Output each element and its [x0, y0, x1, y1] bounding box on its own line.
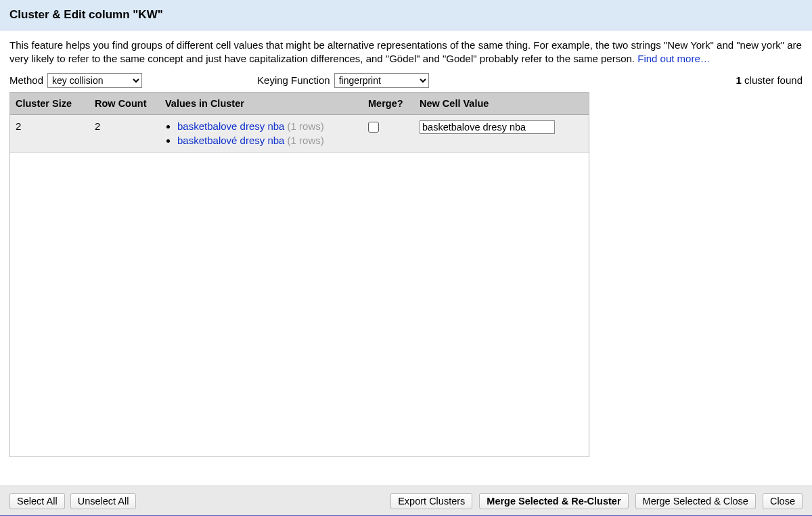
- cell-values: basketbalove dresy nba (1 rows) basketba…: [160, 115, 363, 153]
- dialog-title: Cluster & Edit column "KW": [9, 8, 163, 21]
- close-button[interactable]: Close: [763, 493, 803, 509]
- controls-row: Method key collision Keying Function fin…: [9, 73, 803, 88]
- cell-cluster-size: 2: [10, 115, 89, 153]
- merge-close-button[interactable]: Merge Selected & Close: [635, 493, 756, 509]
- keying-function-label: Keying Function: [257, 74, 330, 86]
- select-all-button[interactable]: Select All: [9, 493, 65, 509]
- cell-row-count: 2: [89, 115, 160, 153]
- find-out-more-link[interactable]: Find out more…: [637, 53, 710, 64]
- clusters-found: 1 cluster found: [736, 74, 803, 86]
- col-new-value: New Cell Value: [414, 93, 589, 114]
- cell-new-value: [414, 115, 589, 153]
- unselect-all-button[interactable]: Unselect All: [70, 493, 137, 509]
- keying-function-select[interactable]: fingerprint: [334, 73, 429, 88]
- description: This feature helps you find groups of di…: [9, 39, 803, 66]
- cluster-value-count: (1 rows): [288, 120, 324, 132]
- merge-recluster-button[interactable]: Merge Selected & Re-Cluster: [479, 493, 628, 509]
- table-row: 2 2 basketbalove dresy nba (1 rows) bask…: [10, 115, 589, 154]
- cluster-value[interactable]: basketbalové dresy nba: [177, 135, 284, 146]
- col-merge: Merge?: [363, 93, 414, 114]
- clusters-found-count: 1: [736, 74, 742, 86]
- clusters-table: Cluster Size Row Count Values in Cluster…: [9, 92, 589, 457]
- col-values: Values in Cluster: [160, 93, 363, 114]
- cluster-value[interactable]: basketbalove dresy nba: [177, 120, 284, 132]
- dialog-header: Cluster & Edit column "KW": [0, 0, 812, 30]
- col-cluster-size: Cluster Size: [10, 93, 89, 114]
- method-label: Method: [9, 74, 43, 86]
- export-clusters-button[interactable]: Export Clusters: [390, 493, 472, 509]
- merge-checkbox[interactable]: [368, 122, 379, 133]
- table-header: Cluster Size Row Count Values in Cluster…: [10, 93, 589, 115]
- cluster-value-count: (1 rows): [288, 135, 324, 146]
- dialog-footer: Select All Unselect All Export Clusters …: [0, 486, 812, 516]
- list-item: basketbalové dresy nba (1 rows): [177, 133, 357, 148]
- cell-merge: [363, 115, 414, 153]
- cluster-edit-dialog: Cluster & Edit column "KW" This feature …: [0, 0, 812, 516]
- dialog-body: This feature helps you find groups of di…: [0, 30, 812, 463]
- method-select[interactable]: key collision: [47, 73, 142, 88]
- list-item: basketbalove dresy nba (1 rows): [177, 119, 357, 134]
- cluster-values-list: basketbalove dresy nba (1 rows) basketba…: [165, 119, 357, 149]
- new-cell-value-input[interactable]: [420, 120, 555, 134]
- col-row-count: Row Count: [89, 93, 160, 114]
